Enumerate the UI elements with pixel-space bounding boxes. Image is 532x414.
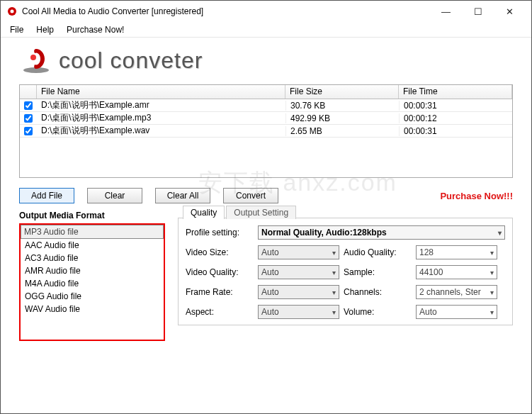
header-filesize[interactable]: File Size [285, 85, 399, 99]
row-checkbox-cell [20, 127, 37, 135]
chevron-down-icon: ▾ [490, 249, 494, 257]
menu-file[interactable]: File [4, 23, 29, 36]
format-list[interactable]: MP3 Audio fileAAC Audio fileAC3 Audio fi… [19, 223, 165, 341]
volume-label: Volume: [344, 307, 412, 317]
svg-point-3 [30, 55, 36, 60]
app-icon [6, 6, 18, 17]
row-checkbox-cell [20, 114, 37, 123]
profile-value: Normal Quality, Audio:128kbps [261, 228, 387, 237]
sample-label: Sample: [344, 267, 412, 277]
channels-label: Channels: [344, 287, 412, 297]
format-item[interactable]: AC3 Audio file [21, 252, 164, 264]
format-item[interactable]: M4A Audio file [21, 277, 164, 290]
format-item[interactable]: AAC Audio file [21, 239, 164, 252]
window-title: Cool All Media to Audio Converter [unreg… [22, 6, 430, 16]
header-filename[interactable]: File Name [37, 85, 285, 99]
chevron-down-icon: ▾ [490, 269, 494, 276]
table-row[interactable]: D:\桌面\说明书\Example.mp3492.99 KB00:00:12 [20, 112, 512, 125]
header-checkbox[interactable] [20, 85, 37, 99]
chevron-down-icon: ▾ [332, 269, 336, 276]
chevron-down-icon: ▾ [332, 308, 336, 316]
row-checkbox-cell [20, 101, 37, 110]
window-controls: — ☐ ✕ [430, 1, 526, 21]
row-filetime: 00:00:31 [399, 126, 512, 136]
row-checkbox[interactable] [24, 127, 33, 135]
video-quality-label: Video Quality: [186, 267, 254, 277]
video-size-label: Video Size: [186, 247, 254, 257]
format-item[interactable]: WAV Audio file [21, 303, 164, 315]
titlebar: Cool All Media to Audio Converter [unreg… [1, 1, 531, 22]
menubar: File Help Purchase Now! [1, 22, 531, 38]
profile-select[interactable]: Normal Quality, Audio:128kbps ▾ [258, 225, 505, 240]
convert-button[interactable]: Convert [223, 188, 278, 203]
settings-panel: Quality Output Setting Profile setting: … [178, 218, 513, 325]
table-body: D:\桌面\说明书\Example.amr30.76 KB00:00:31D:\… [20, 99, 512, 177]
row-filename: D:\桌面\说明书\Example.mp3 [37, 112, 285, 124]
chevron-down-icon: ▾ [332, 249, 336, 257]
bottom-area: Output Media Format MP3 Audio fileAAC Au… [19, 211, 513, 341]
file-table: File Name File Size File Time D:\桌面\说明书\… [19, 84, 513, 178]
maximize-button[interactable]: ☐ [462, 1, 494, 21]
aspect-label: Aspect: [186, 307, 254, 317]
row-checkbox[interactable] [24, 101, 33, 110]
row-filesize: 2.65 MB [285, 126, 399, 136]
logo-icon [19, 46, 53, 74]
channels-select[interactable]: 2 channels, Ster▾ [416, 285, 497, 299]
tab-labels: Quality Output Setting [183, 206, 298, 219]
profile-label: Profile setting: [186, 228, 254, 237]
table-row[interactable]: D:\桌面\说明书\Example.wav2.65 MB00:00:31 [20, 125, 512, 138]
row-filesize: 492.99 KB [285, 113, 399, 123]
menu-purchase[interactable]: Purchase Now! [61, 23, 130, 36]
svg-point-1 [11, 10, 14, 13]
chevron-down-icon: ▾ [490, 289, 494, 296]
format-item[interactable]: OGG Audio file [21, 290, 164, 303]
table-row[interactable]: D:\桌面\说明书\Example.amr30.76 KB00:00:31 [20, 99, 512, 112]
clear-button[interactable]: Clear [87, 188, 142, 203]
row-filetime: 00:00:31 [399, 101, 512, 111]
row-filename: D:\桌面\说明书\Example.amr [37, 99, 285, 111]
row-filesize: 30.76 KB [285, 101, 399, 111]
table-header: File Name File Size File Time [20, 85, 512, 99]
video-size-select[interactable]: Auto▾ [258, 245, 339, 259]
settings-column: Quality Output Setting Profile setting: … [178, 211, 513, 341]
audio-quality-label: Audio Quality: [344, 247, 412, 257]
format-item[interactable]: AMR Audio file [21, 264, 164, 277]
format-title: Output Media Format [19, 211, 165, 220]
aspect-select[interactable]: Auto▾ [258, 305, 339, 319]
video-quality-select[interactable]: Auto▾ [258, 265, 339, 279]
chevron-down-icon: ▾ [332, 289, 336, 296]
close-button[interactable]: ✕ [494, 1, 526, 21]
volume-select[interactable]: Auto▾ [416, 305, 497, 319]
tab-output-setting[interactable]: Output Setting [226, 206, 296, 219]
minimize-button[interactable]: — [430, 1, 462, 21]
tab-quality[interactable]: Quality [183, 206, 225, 219]
logo-text: cool conveter [59, 47, 203, 74]
row-checkbox[interactable] [24, 114, 33, 123]
audio-quality-select[interactable]: 128▾ [416, 245, 497, 259]
header-filetime[interactable]: File Time [399, 85, 512, 99]
format-column: Output Media Format MP3 Audio fileAAC Au… [19, 211, 165, 341]
row-filetime: 00:00:12 [399, 113, 512, 123]
logo-area: cool conveter [1, 38, 531, 80]
add-file-button[interactable]: Add File [19, 188, 74, 203]
format-item[interactable]: MP3 Audio file [21, 225, 164, 239]
chevron-down-icon: ▾ [490, 308, 494, 316]
frame-rate-select[interactable]: Auto▾ [258, 285, 339, 299]
menu-help[interactable]: Help [30, 23, 60, 36]
purchase-link[interactable]: Purchase Now!!! [440, 191, 513, 201]
chevron-down-icon: ▾ [498, 229, 502, 237]
button-row: Add File Clear Clear All Convert Purchas… [19, 188, 513, 203]
row-filename: D:\桌面\说明书\Example.wav [37, 125, 285, 137]
sample-select[interactable]: 44100▾ [416, 265, 497, 279]
clear-all-button[interactable]: Clear All [155, 188, 210, 203]
frame-rate-label: Frame Rate: [186, 287, 254, 297]
